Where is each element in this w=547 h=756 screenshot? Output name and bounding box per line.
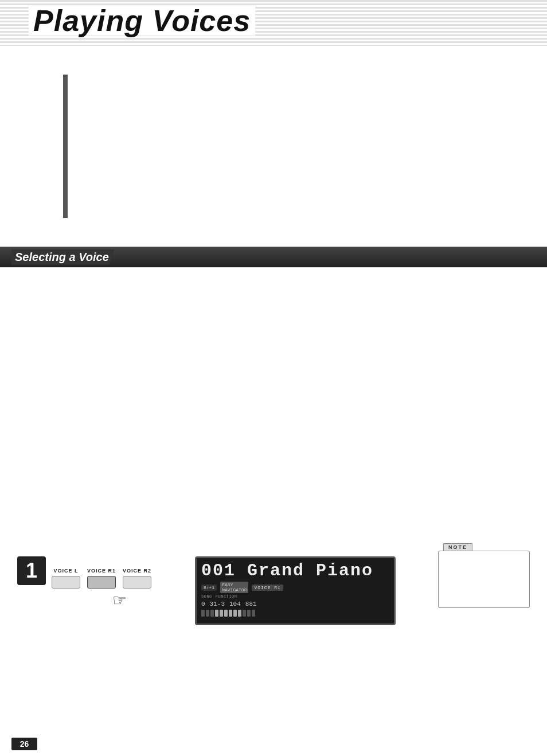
page-header: Playing Voices — [0, 0, 547, 46]
step-2-area: 2 ↷ ↗ ☟ 1 2 3 4 5 6 7 8 9 NO 0 YES − + — [0, 413, 547, 539]
section-title: Selecting a Voice — [11, 250, 115, 265]
page-number: 26 — [11, 738, 37, 750]
step-3-area: 3 🤚 🤚 MASTER VOLUME — [0, 562, 547, 723]
step-1-area: 1 VOICE L VOICE R1 VOICE R2 ☞ 001 Grand … — [0, 275, 547, 390]
sidebar-line — [63, 75, 68, 218]
page-title: Playing Voices — [29, 6, 255, 36]
section-header: Selecting a Voice — [0, 247, 547, 267]
note-tab: NOTE — [443, 543, 472, 551]
